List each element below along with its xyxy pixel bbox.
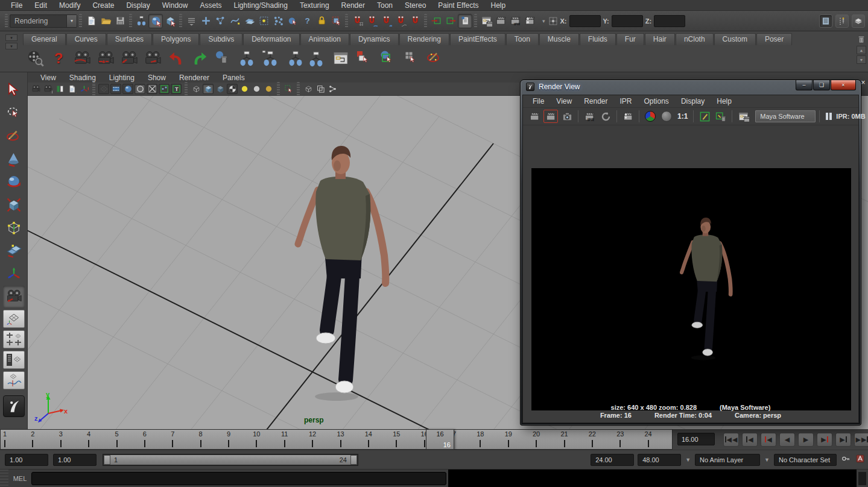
layout-single-pane-button[interactable] [3,310,25,328]
panel-menu-item[interactable]: Lighting [103,74,141,82]
open-render-settings-window-button[interactable] [736,110,750,123]
minimize-button[interactable]: – [796,80,813,90]
shelf-tab[interactable]: PaintEffects [450,33,505,45]
group-grip[interactable] [474,14,477,28]
close-button[interactable]: × [831,80,856,90]
shaded-display-icon[interactable] [203,84,214,94]
main-menu-item[interactable]: Assets [194,1,227,10]
no-lighting-icon[interactable] [251,84,262,94]
shelf-tab[interactable]: Dynamics [350,33,399,45]
select-group-cursor-button[interactable] [401,48,422,69]
lock-selection-button[interactable] [314,14,329,28]
camera-dolly-tool-button[interactable] [118,48,140,69]
hypergraph-connections-button[interactable] [259,48,281,69]
render-view-menu-item[interactable]: View [550,97,578,105]
range-bar[interactable]: 1 24 [110,455,350,465]
shelf-scroll-down-button[interactable]: ▼ [857,55,866,64]
delete-shelf-trash-icon[interactable] [856,34,867,45]
frame-cell[interactable]: 7 [168,430,196,449]
frame-cell[interactable]: 10 [252,430,280,449]
snapshot-button[interactable] [560,110,574,123]
select-tool-button[interactable] [3,80,25,101]
highlight-selection-button[interactable] [329,14,343,28]
shelf-tab[interactable]: Deformation [243,33,299,45]
open-render-view-button[interactable] [479,14,493,28]
command-language-toggle[interactable]: MEL [8,475,31,482]
ipr-render-button[interactable]: IPR [508,14,522,28]
display-real-size-button[interactable]: 1:1 [676,112,689,121]
command-input[interactable] [31,472,446,485]
frame-cell[interactable]: 6 [141,430,168,449]
go-to-start-button[interactable]: ◀◀ [723,433,739,447]
layout-persp-graph-button[interactable] [3,371,25,389]
playback-end-field[interactable]: 24.00 [591,454,634,466]
group-grip[interactable] [92,82,95,96]
rendered-image[interactable] [531,168,851,410]
shelf-tab[interactable]: Animation [300,33,349,45]
select-hierarchy-button[interactable] [134,14,148,28]
paint-effects-button[interactable] [424,48,446,69]
shelf-tab[interactable]: Surfaces [107,33,152,45]
group-grip[interactable] [277,82,280,96]
soft-modification-tool-button[interactable] [3,240,25,262]
frame-cell[interactable]: 21 [560,430,588,449]
main-menu-item[interactable]: Toon [371,1,399,10]
x-input[interactable] [569,15,601,27]
select-component-button[interactable] [163,14,177,28]
selection-mask-menu[interactable] [184,14,198,28]
output-connections-button[interactable] [443,14,458,28]
select-surfaces-mask-button[interactable] [242,14,256,28]
camera-track-tool-button[interactable] [95,48,116,69]
main-menu-item[interactable]: Stereo [399,1,432,10]
open-scene-button[interactable] [98,14,113,28]
rotate-tool-button[interactable] [3,171,25,193]
panel-menu-item[interactable]: Renderer [173,74,216,82]
frame-cell[interactable]: 18 [476,430,504,449]
shelf-tab[interactable]: Rendering [399,33,449,45]
graph-upstream-button[interactable] [283,48,305,69]
camera-attributes-icon[interactable] [42,84,53,94]
maximize-button[interactable]: ❏ [813,80,830,90]
chevron-down-icon[interactable]: ▼ [764,457,770,463]
frame-cell[interactable]: 9 [224,430,252,449]
y-input[interactable] [612,15,643,27]
panel-menu-item[interactable]: Panels [216,74,252,82]
layout-four-pane-button[interactable] [3,330,25,348]
construction-history-button[interactable] [458,14,472,28]
two-d-pan-zoom-icon[interactable] [78,84,89,94]
shelf-tab[interactable]: Muscle [539,33,579,45]
show-tool-settings-button[interactable] [835,14,849,28]
xray-display-icon[interactable] [215,84,226,94]
render-settings-button[interactable] [522,14,537,28]
render-view-menu-item[interactable]: Render [578,97,613,105]
render-region-button[interactable] [543,110,558,123]
shelf-tab[interactable]: Toon [506,33,539,45]
chevron-down-icon[interactable]: ▾ [542,18,546,24]
move-normal-tool-button[interactable] [3,263,25,284]
select-deformations-mask-button[interactable] [256,14,271,28]
undo-view-change-button[interactable] [165,48,187,69]
current-time-field[interactable]: 16.00 [677,433,715,445]
select-points-mask-button[interactable] [213,14,227,28]
frame-cell[interactable]: 20 [532,430,560,449]
select-rendering-mask-button[interactable] [285,14,300,28]
delete-unused-nodes-button[interactable] [212,48,234,69]
paint-selection-tool-button[interactable] [3,125,25,147]
render-view-titlebar[interactable]: Render View – ❏ × [521,80,861,93]
status-line-grip[interactable] [5,14,8,28]
panel-menu-item[interactable]: View [34,74,63,82]
shelf-tab[interactable]: nCloth [676,33,714,45]
playback-range-slider[interactable]: 1 24 [103,454,358,466]
anim-layer-selector[interactable]: No Anim Layer [695,454,760,466]
render-view-menu-item[interactable]: IPR [614,97,638,105]
panel-menu-item[interactable]: Shading [63,74,103,82]
select-object-button[interactable] [148,14,163,28]
animation-end-field[interactable]: 48.00 [638,454,681,466]
current-frame-marker[interactable]: 16 16 [426,429,454,450]
frame-cell[interactable]: 3 [57,430,84,449]
select-by-object-cursor-button[interactable] [353,48,375,69]
shelf-tab[interactable]: Poser [756,33,792,45]
save-scene-button[interactable] [113,14,127,28]
shelf-tab[interactable]: Hair [645,33,675,45]
select-camera-icon[interactable] [30,84,41,94]
